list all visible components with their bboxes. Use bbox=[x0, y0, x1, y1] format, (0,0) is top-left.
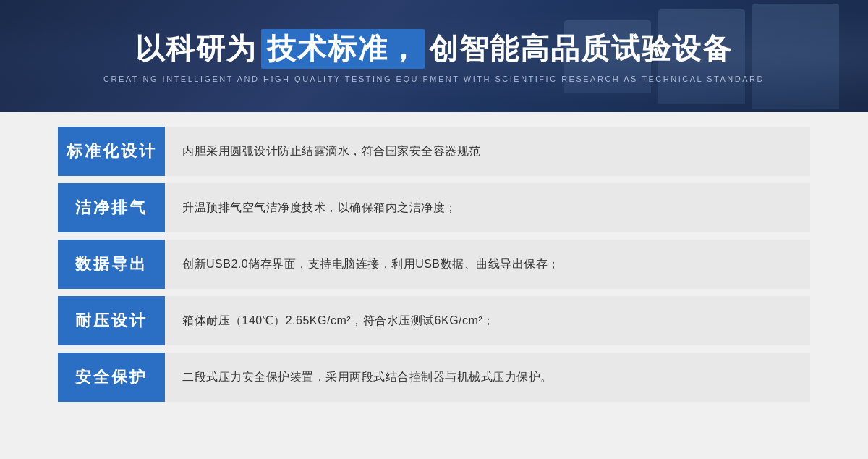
feature-row-0: 标准化设计内胆采用圆弧设计防止结露滴水，符合国家安全容器规范 bbox=[58, 127, 810, 176]
header-title-pre: 以科研为 bbox=[135, 29, 257, 69]
feature-desc-2: 创新USB2.0储存界面，支持电脑连接，利用USB数据、曲线导出保存； bbox=[165, 240, 810, 289]
feature-label-0: 标准化设计 bbox=[58, 127, 165, 176]
feature-desc-1: 升温预排气空气洁净度技术，以确保箱内之洁净度； bbox=[165, 183, 810, 232]
feature-row-3: 耐压设计箱体耐压（140℃）2.65KG/cm²，符合水压测试6KG/cm²； bbox=[58, 296, 810, 345]
header-title-row: 以科研为 技术标准， 创智能高品质试验设备 bbox=[135, 29, 733, 69]
feature-label-3: 耐压设计 bbox=[58, 296, 165, 345]
feature-label-1: 洁净排气 bbox=[58, 183, 165, 232]
feature-desc-4: 二段式压力安全保护装置，采用两段式结合控制器与机械式压力保护。 bbox=[165, 353, 810, 402]
feature-label-2: 数据导出 bbox=[58, 240, 165, 289]
feature-desc-0: 内胆采用圆弧设计防止结露滴水，符合国家安全容器规范 bbox=[165, 127, 810, 176]
header-banner: 以科研为 技术标准， 创智能高品质试验设备 Creating Intellige… bbox=[0, 0, 868, 112]
feature-desc-3: 箱体耐压（140℃）2.65KG/cm²，符合水压测试6KG/cm²； bbox=[165, 296, 810, 345]
feature-row-2: 数据导出创新USB2.0储存界面，支持电脑连接，利用USB数据、曲线导出保存； bbox=[58, 240, 810, 289]
feature-row-4: 安全保护二段式压力安全保护装置，采用两段式结合控制器与机械式压力保护。 bbox=[58, 353, 810, 402]
header-title-post: 创智能高品质试验设备 bbox=[429, 29, 733, 69]
header-title-highlight: 技术标准， bbox=[261, 29, 425, 69]
feature-row-1: 洁净排气升温预排气空气洁净度技术，以确保箱内之洁净度； bbox=[58, 183, 810, 232]
header-subtitle: Creating Intelligent and High Quality Te… bbox=[103, 75, 765, 83]
content-area: 标准化设计内胆采用圆弧设计防止结露滴水，符合国家安全容器规范洁净排气升温预排气空… bbox=[0, 112, 868, 424]
feature-label-4: 安全保护 bbox=[58, 353, 165, 402]
